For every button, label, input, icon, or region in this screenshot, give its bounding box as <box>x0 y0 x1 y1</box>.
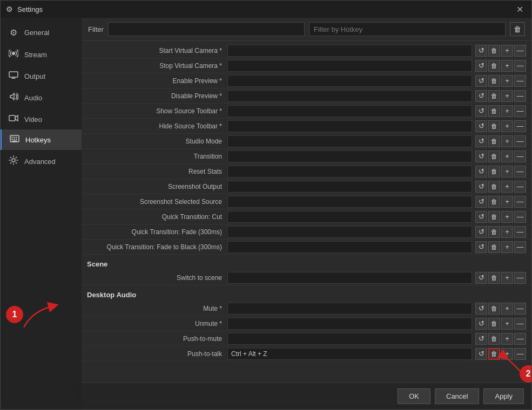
sidebar-item-output[interactable]: Output <box>1 66 82 86</box>
add-button[interactable]: + <box>501 226 513 238</box>
reset-button[interactable]: ↺ <box>475 303 487 315</box>
hotkey-binding-input[interactable] <box>227 318 472 330</box>
remove-button[interactable]: — <box>514 348 526 360</box>
remove-button[interactable]: — <box>514 241 526 253</box>
trash-button[interactable]: 🗑 <box>488 333 500 345</box>
trash-button[interactable]: 🗑 <box>488 272 500 284</box>
trash-button[interactable]: 🗑 <box>488 241 500 253</box>
trash-button[interactable]: 🗑 <box>488 105 500 117</box>
reset-button[interactable]: ↺ <box>475 241 487 253</box>
remove-button[interactable]: — <box>514 45 526 57</box>
add-button[interactable]: + <box>501 211 513 223</box>
sidebar-item-hotkeys[interactable]: Hotkeys <box>1 129 82 150</box>
add-button[interactable]: + <box>501 166 513 177</box>
reset-button[interactable]: ↺ <box>475 318 487 330</box>
trash-button[interactable]: 🗑 <box>488 120 500 132</box>
hotkey-binding-input[interactable] <box>227 105 472 117</box>
trash-button[interactable]: 🗑 <box>488 303 500 315</box>
sidebar-item-general[interactable]: ⚙ General <box>1 22 82 43</box>
add-button[interactable]: + <box>501 272 513 284</box>
add-button[interactable]: + <box>501 105 513 117</box>
reset-button[interactable]: ↺ <box>475 166 487 177</box>
hotkey-binding-input[interactable] <box>227 303 472 315</box>
hotkey-binding-input[interactable] <box>227 241 472 253</box>
remove-button[interactable]: — <box>514 166 526 177</box>
ok-button[interactable]: OK <box>398 388 430 404</box>
add-button[interactable]: + <box>501 60 513 72</box>
reset-button[interactable]: ↺ <box>475 348 487 360</box>
hotkey-binding-input[interactable] <box>227 181 472 193</box>
trash-button[interactable]: 🗑 <box>488 211 500 223</box>
add-button[interactable]: + <box>501 75 513 87</box>
hotkey-binding-input[interactable] <box>227 75 472 87</box>
add-button[interactable]: + <box>501 303 513 315</box>
trash-button[interactable]: 🗑 <box>488 318 500 330</box>
hotkey-binding-input[interactable] <box>227 211 472 223</box>
reset-button[interactable]: ↺ <box>475 75 487 87</box>
sidebar-item-stream[interactable]: Stream <box>1 43 82 66</box>
remove-button[interactable]: — <box>514 151 526 162</box>
trash-button[interactable]: 🗑 <box>488 75 500 87</box>
add-button[interactable]: + <box>501 135 513 147</box>
apply-button[interactable]: Apply <box>483 388 524 404</box>
reset-button[interactable]: ↺ <box>475 90 487 102</box>
hotkey-binding-input[interactable] <box>227 272 472 284</box>
filter-trash-button[interactable]: 🗑 <box>510 22 525 36</box>
hotkey-binding-input[interactable] <box>227 333 472 345</box>
hotkey-binding-input[interactable] <box>227 120 472 132</box>
trash-button[interactable]: 🗑 <box>488 45 500 57</box>
reset-button[interactable]: ↺ <box>475 181 487 193</box>
reset-button[interactable]: ↺ <box>475 211 487 223</box>
trash-button[interactable]: 🗑 <box>488 226 500 238</box>
add-button[interactable]: + <box>501 151 513 162</box>
add-button[interactable]: + <box>501 318 513 330</box>
remove-button[interactable]: — <box>514 75 526 87</box>
cancel-button[interactable]: Cancel <box>435 388 479 404</box>
hotkey-binding-input[interactable] <box>227 166 472 177</box>
remove-button[interactable]: — <box>514 303 526 315</box>
reset-button[interactable]: ↺ <box>475 196 487 208</box>
add-button[interactable]: + <box>501 45 513 57</box>
trash-button[interactable]: 🗑 <box>488 166 500 177</box>
add-button[interactable]: + <box>501 241 513 253</box>
add-button[interactable]: + <box>501 196 513 208</box>
trash-button[interactable]: 🗑 <box>488 90 500 102</box>
add-button[interactable]: + <box>501 348 513 360</box>
add-button[interactable]: + <box>501 181 513 193</box>
remove-button[interactable]: — <box>514 90 526 102</box>
reset-button[interactable]: ↺ <box>475 60 487 72</box>
hotkey-binding-input[interactable] <box>227 135 472 147</box>
remove-button[interactable]: — <box>514 181 526 193</box>
add-button[interactable]: + <box>501 333 513 345</box>
hotkey-binding-input[interactable] <box>227 348 472 360</box>
trash-button[interactable]: 🗑 <box>488 135 500 147</box>
trash-button[interactable]: 🗑 <box>488 151 500 162</box>
sidebar-item-advanced[interactable]: Advanced <box>1 150 82 173</box>
reset-button[interactable]: ↺ <box>475 272 487 284</box>
remove-button[interactable]: — <box>514 226 526 238</box>
remove-button[interactable]: — <box>514 105 526 117</box>
remove-button[interactable]: — <box>514 333 526 345</box>
reset-button[interactable]: ↺ <box>475 226 487 238</box>
reset-button[interactable]: ↺ <box>475 45 487 57</box>
filter-hotkey-input[interactable] <box>309 22 506 36</box>
add-button[interactable]: + <box>501 120 513 132</box>
remove-button[interactable]: — <box>514 135 526 147</box>
hotkey-binding-input[interactable] <box>227 90 472 102</box>
trash-button[interactable]: 🗑 <box>488 181 500 193</box>
filter-input[interactable] <box>108 22 305 36</box>
hotkey-list[interactable]: Start Virtual Camera * ↺ 🗑 + — Stop Virt… <box>82 41 531 382</box>
hotkey-binding-input[interactable] <box>227 226 472 238</box>
hotkey-binding-input[interactable] <box>227 45 472 57</box>
trash-button[interactable]: 🗑 <box>488 196 500 208</box>
hotkey-binding-input[interactable] <box>227 60 472 72</box>
reset-button[interactable]: ↺ <box>475 135 487 147</box>
remove-button[interactable]: — <box>514 318 526 330</box>
reset-button[interactable]: ↺ <box>475 105 487 117</box>
hotkey-binding-input[interactable] <box>227 151 472 162</box>
remove-button[interactable]: — <box>514 272 526 284</box>
add-button[interactable]: + <box>501 90 513 102</box>
sidebar-item-video[interactable]: Video <box>1 109 82 129</box>
remove-button[interactable]: — <box>514 211 526 223</box>
reset-button[interactable]: ↺ <box>475 333 487 345</box>
